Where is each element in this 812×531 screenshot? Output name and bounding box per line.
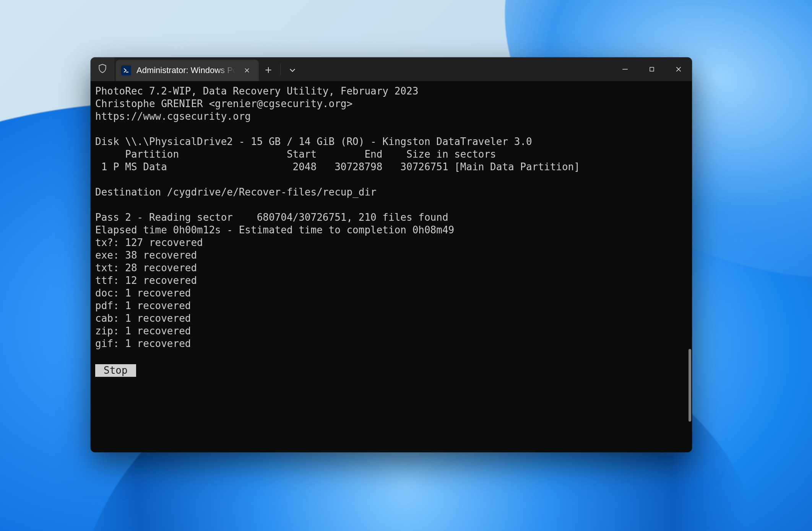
titlebar[interactable]: Administrator: Windows Powe <box>91 57 692 81</box>
partition-header: Partition Start End Size in sectors <box>95 148 496 160</box>
recovered-line: zip: 1 recovered <box>95 325 191 337</box>
powershell-icon <box>121 65 131 75</box>
disk-line: Disk \\.\PhysicalDrive2 - 15 GB / 14 GiB… <box>95 136 532 147</box>
recovered-line: tx?: 127 recovered <box>95 237 203 248</box>
tab-title: Administrator: Windows Powe <box>136 65 236 75</box>
pass-line: Pass 2 - Reading sector 680704/30726751,… <box>95 212 448 223</box>
close-button[interactable] <box>665 57 692 81</box>
recovered-line: txt: 28 recovered <box>95 262 197 274</box>
scrollbar-thumb[interactable] <box>689 349 691 422</box>
tab-powershell-admin[interactable]: Administrator: Windows Powe <box>116 60 259 81</box>
recovered-line: doc: 1 recovered <box>95 287 191 299</box>
terminal-window: Administrator: Windows Powe <box>91 57 692 452</box>
svg-rect-1 <box>650 67 654 71</box>
recovered-line: cab: 1 recovered <box>95 313 191 324</box>
window-controls <box>612 57 692 81</box>
elapsed-line: Elapsed time 0h00m12s - Estimated time t… <box>95 224 454 236</box>
titlebar-separator <box>280 64 281 75</box>
tab-dropdown-button[interactable] <box>283 59 302 81</box>
photorec-url-line: https://www.cgsecurity.org <box>95 111 251 122</box>
new-tab-button[interactable] <box>259 59 278 81</box>
stop-menu-item[interactable]: Stop <box>95 364 136 377</box>
partition-row: 1 P MS Data 2048 30728798 30726751 [Main… <box>95 161 580 173</box>
recovered-line: exe: 38 recovered <box>95 249 197 261</box>
minimize-button[interactable] <box>612 57 638 81</box>
admin-shield-slot <box>91 57 114 81</box>
recovered-line: gif: 1 recovered <box>95 338 191 349</box>
recovered-line: pdf: 1 recovered <box>95 300 191 311</box>
photorec-header-line: PhotoRec 7.2-WIP, Data Recovery Utility,… <box>95 85 418 97</box>
shield-icon <box>97 64 107 75</box>
photorec-author-line: Christophe GRENIER <grenier@cgsecurity.o… <box>95 98 352 109</box>
maximize-button[interactable] <box>638 57 665 81</box>
recovered-line: ttf: 12 recovered <box>95 275 197 286</box>
terminal-output[interactable]: PhotoRec 7.2-WIP, Data Recovery Utility,… <box>91 81 692 452</box>
tab-close-button[interactable] <box>241 65 253 76</box>
destination-line: Destination /cygdrive/e/Recover-files/re… <box>95 186 377 198</box>
